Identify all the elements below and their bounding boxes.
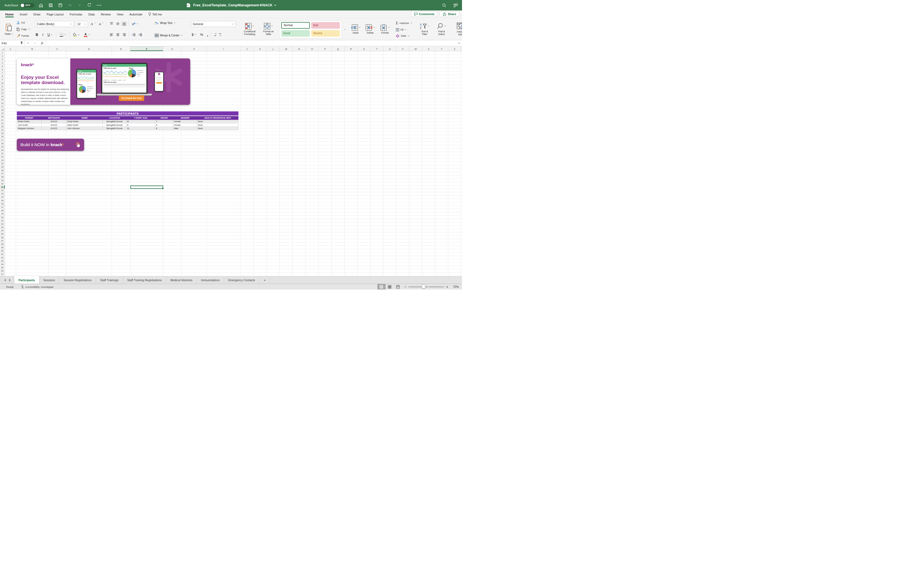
- column-header-B[interactable]: B: [16, 46, 49, 51]
- row-header-10[interactable]: 10: [0, 82, 5, 85]
- row-header-16[interactable]: 16: [0, 102, 5, 105]
- row-header-63[interactable]: 63: [0, 260, 5, 263]
- format-painter-button[interactable]: Format: [16, 34, 31, 38]
- comments-button[interactable]: Comments: [411, 11, 438, 17]
- save-as-icon[interactable]: [57, 2, 64, 8]
- row-header-2[interactable]: 2: [0, 55, 5, 58]
- paste-button[interactable]: Paste: [3, 23, 14, 36]
- cell-style-normal[interactable]: Normal: [281, 22, 310, 29]
- find-select-button[interactable]: Find & Select: [434, 23, 449, 36]
- search-icon[interactable]: [441, 2, 447, 8]
- styles-gallery-more-icon[interactable]: ›: [344, 28, 345, 31]
- decrease-indent-button[interactable]: [131, 33, 136, 37]
- row-header-53[interactable]: 53: [0, 226, 5, 229]
- row-header-7[interactable]: 7: [0, 71, 5, 75]
- sheet-tab-sessions[interactable]: Sessions: [39, 276, 60, 284]
- zoom-slider-knob[interactable]: [421, 285, 426, 289]
- row-header-1[interactable]: 1: [0, 51, 5, 55]
- accessibility-status[interactable]: Accessibility: Investigate: [21, 285, 54, 288]
- row-header-40[interactable]: 40: [0, 182, 5, 186]
- row-header-26[interactable]: 26: [0, 135, 5, 138]
- column-header-T[interactable]: T: [371, 46, 384, 51]
- borders-button[interactable]: [59, 32, 67, 37]
- row-header-22[interactable]: 22: [0, 122, 5, 125]
- italic-button[interactable]: I: [41, 32, 44, 38]
- sort-filter-button[interactable]: AZ Sort & Filter: [418, 23, 432, 36]
- clear-button[interactable]: Clear: [395, 34, 415, 38]
- analyze-data-button[interactable]: Analyze Data: [453, 22, 462, 36]
- document-title-group[interactable]: x Free_ExcelTemplate_CampManagement-KNAC…: [186, 0, 276, 10]
- column-header-N[interactable]: N: [293, 46, 306, 51]
- column-header-Z[interactable]: Z: [448, 46, 461, 51]
- account-icon[interactable]: [452, 2, 458, 8]
- page-layout-view-button[interactable]: [386, 284, 394, 290]
- align-top-button[interactable]: [109, 21, 114, 26]
- row-header-42[interactable]: 42: [0, 189, 5, 192]
- formula-bar-expand-icon[interactable]: [456, 40, 462, 46]
- row-header-39[interactable]: 39: [0, 179, 5, 182]
- column-header-L[interactable]: L: [267, 46, 280, 51]
- column-header-Y[interactable]: Y: [435, 46, 448, 51]
- align-bottom-button[interactable]: [122, 21, 127, 26]
- column-header-G[interactable]: G: [163, 46, 181, 51]
- row-header-5[interactable]: 5: [0, 65, 5, 68]
- prev-sheet-icon[interactable]: [4, 278, 6, 283]
- row-header-54[interactable]: 54: [0, 229, 5, 232]
- row-header-61[interactable]: 61: [0, 253, 5, 256]
- row-header-20[interactable]: 20: [0, 115, 5, 118]
- ribbon-tab-review[interactable]: Review: [98, 11, 114, 18]
- ribbon-tab-view[interactable]: View: [114, 11, 127, 18]
- row-header-66[interactable]: 66: [0, 269, 5, 273]
- ribbon-tab-draw[interactable]: Draw: [30, 11, 44, 18]
- column-header-E[interactable]: E: [112, 46, 131, 51]
- insert-cells-button[interactable]: Insert: [350, 24, 362, 35]
- column-header-S[interactable]: S: [358, 46, 371, 51]
- sheet-tab-staff-training-registrations[interactable]: Staff Training Registrations: [123, 276, 166, 284]
- zoom-out-button[interactable]: −: [404, 285, 406, 289]
- zoom-in-button[interactable]: +: [446, 285, 448, 289]
- row-header-52[interactable]: 52: [0, 222, 5, 226]
- percent-button[interactable]: %: [199, 32, 204, 37]
- row-header-27[interactable]: 27: [0, 138, 5, 142]
- row-header-55[interactable]: 55: [0, 232, 5, 236]
- ribbon-tab-home[interactable]: Home: [2, 11, 17, 18]
- column-header-P[interactable]: P: [319, 46, 331, 51]
- row-header-65[interactable]: 65: [0, 266, 5, 269]
- column-header-K[interactable]: K: [254, 46, 267, 51]
- row-header-38[interactable]: 38: [0, 175, 5, 179]
- autosave-toggle[interactable]: OFF: [20, 3, 34, 7]
- build-it-now-button[interactable]: Build it NOW in knack*: [17, 139, 84, 151]
- copy-button[interactable]: Copy: [16, 27, 31, 31]
- column-header-M[interactable]: M: [280, 46, 293, 51]
- name-box-stepper[interactable]: [21, 41, 23, 44]
- row-header-32[interactable]: 32: [0, 155, 5, 159]
- row-header-25[interactable]: 25: [0, 132, 5, 135]
- font-color-button[interactable]: A: [83, 32, 91, 38]
- row-header-24[interactable]: 24: [0, 129, 5, 132]
- row-header-30[interactable]: 30: [0, 149, 5, 152]
- knack-banner-image[interactable]: knack* Enjoy your Excel template downloa…: [17, 59, 190, 105]
- row-header-51[interactable]: 51: [0, 219, 5, 222]
- grow-font-button[interactable]: A: [90, 21, 96, 27]
- column-header-J[interactable]: J: [240, 46, 254, 51]
- row-header-48[interactable]: 48: [0, 209, 5, 212]
- row-header-18[interactable]: 18: [0, 108, 5, 112]
- row-header-46[interactable]: 46: [0, 202, 5, 206]
- row-header-8[interactable]: 8: [0, 75, 5, 78]
- row-header-44[interactable]: 44: [0, 195, 5, 199]
- row-header-57[interactable]: 57: [0, 239, 5, 243]
- home-icon[interactable]: [38, 2, 44, 8]
- row-header-11[interactable]: 11: [0, 85, 5, 88]
- row-header-60[interactable]: 60: [0, 249, 5, 253]
- fill-button[interactable]: Fill: [395, 28, 415, 32]
- ribbon-tab-insert[interactable]: Insert: [17, 11, 31, 18]
- row-header-35[interactable]: 35: [0, 165, 5, 169]
- increase-decimal-button[interactable]: ←0.00: [214, 33, 216, 36]
- ribbon-tab-automate[interactable]: Automate: [126, 11, 145, 18]
- row-header-49[interactable]: 49: [0, 212, 5, 216]
- row-header-31[interactable]: 31: [0, 152, 5, 155]
- row-header-50[interactable]: 50: [0, 216, 5, 219]
- wrap-text-button[interactable]: abc Wrap Text: [154, 21, 176, 25]
- sheet-tab-session-registrations[interactable]: Session Registrations: [60, 276, 96, 284]
- row-header-43[interactable]: 43: [0, 192, 5, 195]
